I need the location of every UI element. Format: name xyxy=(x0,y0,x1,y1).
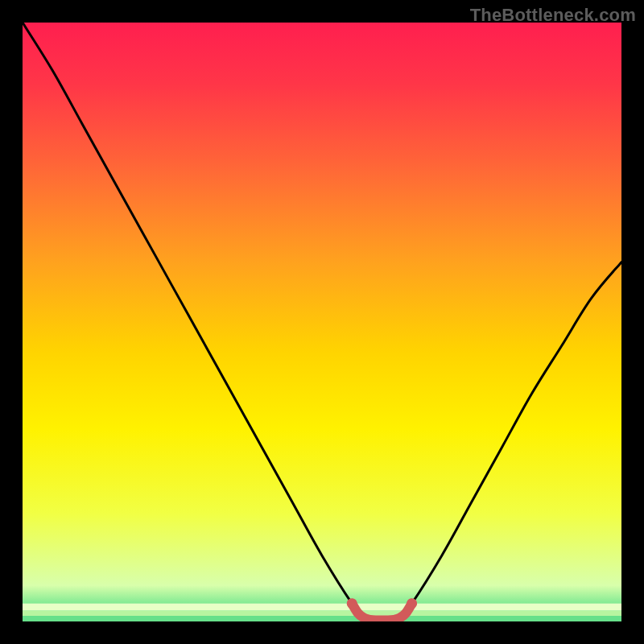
watermark-text: TheBottleneck.com xyxy=(470,5,636,26)
chart-svg xyxy=(23,23,621,621)
bottom-stripe xyxy=(23,611,621,617)
plot-area xyxy=(23,23,621,621)
chart-container: TheBottleneck.com xyxy=(0,0,644,644)
bottom-stripe xyxy=(23,604,621,611)
min-band-endpoint xyxy=(347,598,357,609)
min-band-endpoint xyxy=(407,598,417,609)
bottom-stripe xyxy=(23,616,621,621)
gradient-background xyxy=(23,23,621,621)
